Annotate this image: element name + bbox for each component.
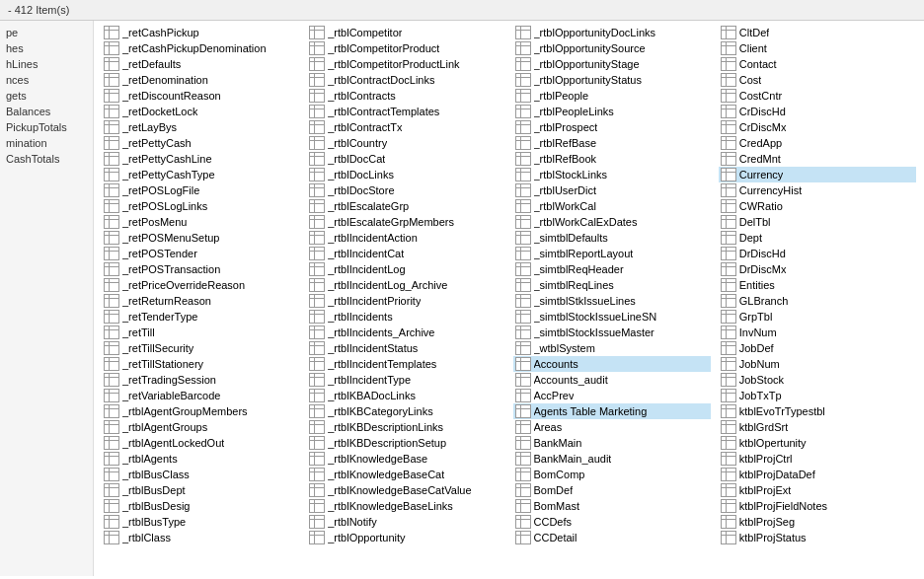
table-container[interactable]: _retCashPickup_retCashPickupDenomination… <box>94 21 924 576</box>
list-item[interactable]: GrpTbl <box>719 309 916 325</box>
list-item[interactable]: AccPrev <box>513 388 711 403</box>
list-item[interactable]: DrDiscMx <box>719 261 916 277</box>
list-item[interactable]: _rtblUserDict <box>513 182 711 198</box>
list-item[interactable]: _rtblKnowledgeBaseLinks <box>307 498 504 514</box>
list-item[interactable]: _rtblIncidentTemplates <box>307 356 504 372</box>
list-item[interactable]: ktblProjSeg <box>719 514 916 530</box>
list-item[interactable]: _simtblStockIssueLineSN <box>513 309 711 325</box>
list-item[interactable]: _rtblCompetitor <box>307 25 504 40</box>
list-item[interactable]: _rtblIncidents <box>307 309 504 325</box>
list-item[interactable]: _retPOSLogFile <box>102 182 299 198</box>
list-item[interactable]: CltDef <box>719 25 916 40</box>
list-item[interactable]: BankMain_audit <box>513 451 711 467</box>
list-item[interactable]: _rtblIncidentCat <box>307 246 504 261</box>
list-item[interactable]: _rtblEscalateGrp <box>307 198 504 214</box>
list-item[interactable]: _rtblIncidentPriority <box>307 293 504 309</box>
list-item[interactable]: _rtblIncidentType <box>307 372 504 388</box>
list-item[interactable]: ktblOpertunity <box>719 435 916 451</box>
list-item[interactable]: ktblProjStatus <box>719 530 916 545</box>
list-item[interactable]: _rtblIncidentAction <box>307 230 504 246</box>
list-item[interactable]: _rtblKBDescriptionLinks <box>307 419 504 435</box>
list-item[interactable]: ktblProjDataDef <box>719 467 916 482</box>
list-item[interactable]: _rtblBusDept <box>102 482 299 498</box>
list-item[interactable]: CredApp <box>719 135 916 151</box>
list-item[interactable]: JobStock <box>719 372 916 388</box>
list-item[interactable]: _retPOSLogLinks <box>102 198 299 214</box>
list-item[interactable]: _simtblStkIssueLines <box>513 293 711 309</box>
list-item[interactable]: _rtblPeople <box>513 88 711 104</box>
list-item[interactable]: GLBranch <box>719 293 916 309</box>
list-item[interactable]: _rtblIncidentStatus <box>307 340 504 356</box>
list-item[interactable]: _retCashPickup <box>102 25 299 40</box>
list-item[interactable]: _rtblKnowledgeBase <box>307 451 504 467</box>
list-item[interactable]: _rtblAgentGroupMembers <box>102 403 299 419</box>
list-item[interactable]: _rtblKnowledgeBaseCat <box>307 467 504 482</box>
list-item[interactable]: _rtblKnowledgeBaseCatValue <box>307 482 504 498</box>
list-item[interactable]: _simtblDefaults <box>513 230 711 246</box>
list-item[interactable]: _rtblIncidentLog_Archive <box>307 277 504 293</box>
list-item[interactable]: InvNum <box>719 325 916 340</box>
list-item[interactable]: _retReturnReason <box>102 293 299 309</box>
list-item[interactable]: _retDiscountReason <box>102 88 299 104</box>
list-item[interactable]: _retTillStationery <box>102 356 299 372</box>
list-item[interactable]: Client <box>719 40 916 56</box>
list-item[interactable]: _rtblProspect <box>513 119 711 135</box>
list-item[interactable]: _rtblAgents <box>102 451 299 467</box>
list-item[interactable]: CrDiscMx <box>719 119 916 135</box>
list-item[interactable]: _rtblPeopleLinks <box>513 104 711 119</box>
list-item[interactable]: Accounts <box>513 356 711 372</box>
list-item[interactable]: _rtblOpportunityDocLinks <box>513 25 711 40</box>
list-item[interactable]: _rtblAgentLockedOut <box>102 435 299 451</box>
list-item[interactable]: Agents Table Marketing <box>513 403 711 419</box>
list-item[interactable]: _retDocketLock <box>102 104 299 119</box>
list-item[interactable]: _simtblReportLayout <box>513 246 711 261</box>
list-item[interactable]: _simtblReqLines <box>513 277 711 293</box>
list-item[interactable]: ktblProjFieldNotes <box>719 498 916 514</box>
list-item[interactable]: CWRatio <box>719 198 916 214</box>
list-item[interactable]: CostCntr <box>719 88 916 104</box>
list-item[interactable]: _rtblRefBase <box>513 135 711 151</box>
list-item[interactable]: _rtblOpportunityStatus <box>513 72 711 88</box>
list-item[interactable]: JobTxTp <box>719 388 916 403</box>
list-item[interactable]: _retTenderType <box>102 309 299 325</box>
list-item[interactable]: _rtblContracts <box>307 88 504 104</box>
list-item[interactable]: Contact <box>719 56 916 72</box>
list-item[interactable]: _retTillSecurity <box>102 340 299 356</box>
list-item[interactable]: _rtblRefBook <box>513 151 711 167</box>
list-item[interactable]: _rtblKBADocLinks <box>307 388 504 403</box>
list-item[interactable]: _rtblOpportunityStage <box>513 56 711 72</box>
list-item[interactable]: Accounts_audit <box>513 372 711 388</box>
list-item[interactable]: _rtblKBDescriptionSetup <box>307 435 504 451</box>
list-item[interactable]: JobDef <box>719 340 916 356</box>
list-item[interactable]: Entities <box>719 277 916 293</box>
list-item[interactable]: BomDef <box>513 482 711 498</box>
list-item[interactable]: Cost <box>719 72 916 88</box>
list-item[interactable]: _retPettyCashType <box>102 167 299 182</box>
list-item[interactable]: _retCashPickupDenomination <box>102 40 299 56</box>
list-item[interactable]: _rtblDocStore <box>307 182 504 198</box>
list-item[interactable]: _rtblOpportunity <box>307 530 504 545</box>
list-item[interactable]: ktblGrdSrt <box>719 419 916 435</box>
list-item[interactable]: _rtblContractTx <box>307 119 504 135</box>
list-item[interactable]: _retPOSTender <box>102 246 299 261</box>
list-item[interactable]: _rtblCompetitorProduct <box>307 40 504 56</box>
list-item[interactable]: _rtblKBCategoryLinks <box>307 403 504 419</box>
list-item[interactable]: _retPettyCash <box>102 135 299 151</box>
list-item[interactable]: _retPriceOverrideReason <box>102 277 299 293</box>
list-item[interactable]: _retDenomination <box>102 72 299 88</box>
list-item[interactable]: _rtblIncidents_Archive <box>307 325 504 340</box>
list-item[interactable]: JobNum <box>719 356 916 372</box>
list-item[interactable]: _rtblBusDesig <box>102 498 299 514</box>
list-item[interactable]: _retTill <box>102 325 299 340</box>
list-item[interactable]: _rtblCountry <box>307 135 504 151</box>
list-item[interactable]: _rtblStockLinks <box>513 167 711 182</box>
list-item[interactable]: _rtblIncidentLog <box>307 261 504 277</box>
list-item[interactable]: _retTradingSession <box>102 372 299 388</box>
list-item[interactable]: BomComp <box>513 467 711 482</box>
list-item[interactable]: CCDetail <box>513 530 711 545</box>
list-item[interactable]: CredMnt <box>719 151 916 167</box>
list-item[interactable]: _retPosMenu <box>102 214 299 230</box>
list-item[interactable]: CurrencyHist <box>719 182 916 198</box>
list-item[interactable]: DrDiscHd <box>719 246 916 261</box>
list-item[interactable]: _simtblStockIssueMaster <box>513 325 711 340</box>
